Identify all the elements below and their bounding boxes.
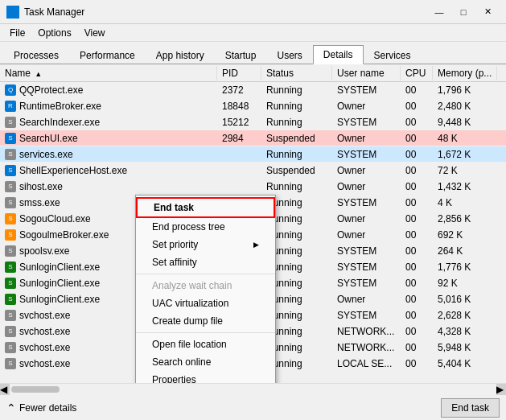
table-row[interactable]: S SearchUI.exe 2984 Suspended Owner 00 4…: [0, 130, 506, 146]
svg-rect-3: [14, 13, 18, 17]
cell-user: SYSTEM: [332, 261, 401, 274]
table-row[interactable]: S ShellExperienceHost.exe Suspended Owne…: [0, 163, 506, 179]
proc-icon: S: [5, 342, 16, 353]
col-header-name[interactable]: Name ▲: [0, 66, 217, 80]
scroll-track: [10, 384, 496, 395]
scroll-left-btn[interactable]: ◀: [0, 384, 10, 395]
ctx-open-file[interactable]: Open file location: [136, 336, 275, 353]
cell-user: SYSTEM: [332, 84, 401, 97]
cell-mem: 4 K: [433, 196, 497, 209]
proc-icon: S: [5, 278, 16, 289]
cell-mem: 48 K: [433, 132, 497, 145]
ctx-separator-2: [136, 332, 275, 333]
proc-name: spoolsv.exe: [19, 245, 69, 257]
tab-performance[interactable]: Performance: [69, 46, 146, 64]
proc-name: SearchUI.exe: [19, 133, 78, 144]
cell-status: Running: [261, 100, 332, 113]
proc-icon: R: [5, 101, 16, 112]
scroll-thumb[interactable]: [11, 386, 60, 393]
cell-cpu: 00: [401, 325, 433, 338]
horizontal-scrollbar[interactable]: ◀ ▶: [0, 383, 506, 394]
ctx-analyze-wait: Analyze wait chain: [136, 277, 275, 294]
col-header-username[interactable]: User name: [332, 66, 401, 80]
proc-icon: S: [5, 294, 16, 305]
ctx-search-online[interactable]: Search online: [136, 353, 275, 371]
proc-name: SunloginClient.exe: [19, 294, 100, 305]
table-row[interactable]: Q QQProtect.exe 2372 Running SYSTEM 00 1…: [0, 82, 506, 98]
minimize-button[interactable]: —: [427, 0, 451, 24]
cell-status: Suspended: [261, 132, 332, 145]
tab-services[interactable]: Services: [364, 46, 422, 64]
cell-user: NETWORK...: [332, 341, 401, 354]
cell-mem: 1,432 K: [433, 180, 497, 193]
cell-cpu: 00: [401, 293, 433, 306]
fewer-details-button[interactable]: ⌃ Fewer details: [6, 401, 76, 414]
proc-name: SunloginClient.exe: [19, 278, 100, 289]
cell-mem: 92 K: [433, 277, 497, 290]
proc-name: svchost.exe: [19, 326, 70, 337]
cell-name: S sihost.exe: [0, 180, 217, 193]
tab-users[interactable]: Users: [266, 46, 312, 64]
main-area: Name ▲ PID Status User name CPU Memory (…: [0, 64, 506, 394]
col-header-memory[interactable]: Memory (p...: [433, 66, 497, 80]
cell-cpu: 00: [401, 341, 433, 354]
end-task-button[interactable]: End task: [441, 398, 500, 418]
svg-rect-0: [8, 7, 12, 11]
scroll-right-btn[interactable]: ▶: [496, 384, 506, 395]
ctx-properties[interactable]: Properties: [136, 371, 275, 383]
col-header-cpu[interactable]: CPU: [401, 66, 433, 80]
cell-user: SYSTEM: [332, 277, 401, 290]
menu-view[interactable]: View: [78, 26, 112, 40]
col-header-pid[interactable]: PID: [217, 66, 261, 80]
ctx-set-priority-arrow: ▶: [253, 241, 259, 249]
cell-name: R RuntimeBroker.exe: [0, 100, 217, 113]
proc-icon: Q: [5, 84, 16, 96]
ctx-set-priority[interactable]: Set priority ▶: [136, 236, 275, 253]
proc-icon: S: [5, 261, 16, 273]
table-row[interactable]: S sihost.exe Running Owner 00 1,432 K: [0, 179, 506, 195]
ctx-end-task[interactable]: End task: [136, 197, 275, 218]
cell-cpu: 00: [401, 212, 433, 225]
ctx-uac-virtualization[interactable]: UAC virtualization: [136, 294, 275, 312]
cell-user: SYSTEM: [332, 245, 401, 257]
cell-mem: 9,448 K: [433, 116, 497, 129]
menu-file[interactable]: File: [3, 26, 31, 40]
maximize-button[interactable]: □: [451, 0, 475, 24]
proc-name: svchost.exe: [19, 342, 70, 353]
svg-rect-1: [14, 7, 18, 11]
cell-name: S SearchUI.exe: [0, 132, 217, 145]
fewer-details-label: Fewer details: [19, 402, 76, 414]
cell-mem: 1,796 K: [433, 84, 497, 97]
table-row[interactable]: R RuntimeBroker.exe 18848 Running Owner …: [0, 98, 506, 114]
close-button[interactable]: ✕: [475, 0, 500, 24]
proc-icon: S: [5, 197, 16, 208]
cell-user: LOCAL SE...: [332, 357, 401, 370]
proc-name: ShellExperienceHost.exe: [19, 165, 127, 176]
proc-icon: S: [5, 149, 16, 160]
ctx-create-dump[interactable]: Create dump file: [136, 312, 275, 330]
ctx-set-affinity[interactable]: Set affinity: [136, 253, 275, 271]
proc-icon: S: [5, 245, 16, 257]
tab-startup[interactable]: Startup: [215, 46, 267, 64]
cell-cpu: 00: [401, 277, 433, 290]
menu-options[interactable]: Options: [31, 26, 77, 40]
sort-indicator: ▲: [35, 70, 42, 78]
proc-name: smss.exe: [19, 197, 60, 208]
cell-name: S ShellExperienceHost.exe: [0, 164, 217, 177]
proc-icon: S: [5, 326, 16, 337]
cell-status: Running: [261, 84, 332, 97]
cell-cpu: 00: [401, 164, 433, 177]
col-header-status[interactable]: Status: [261, 66, 332, 80]
cell-status: Running: [261, 180, 332, 193]
tab-app-history[interactable]: App history: [146, 46, 215, 64]
tab-details[interactable]: Details: [313, 45, 364, 64]
table-row[interactable]: S services.exe Running SYSTEM 00 1,672 K: [0, 146, 506, 163]
table-row[interactable]: S SearchIndexer.exe 15212 Running SYSTEM…: [0, 114, 506, 130]
cell-mem: 5,948 K: [433, 341, 497, 354]
cell-name: Q QQProtect.exe: [0, 84, 217, 97]
cell-user: Owner: [332, 293, 401, 306]
cell-pid: [217, 186, 261, 187]
tab-processes[interactable]: Processes: [3, 46, 69, 64]
window-title: Task Manager: [24, 6, 427, 18]
ctx-end-process-tree[interactable]: End process tree: [136, 218, 275, 236]
